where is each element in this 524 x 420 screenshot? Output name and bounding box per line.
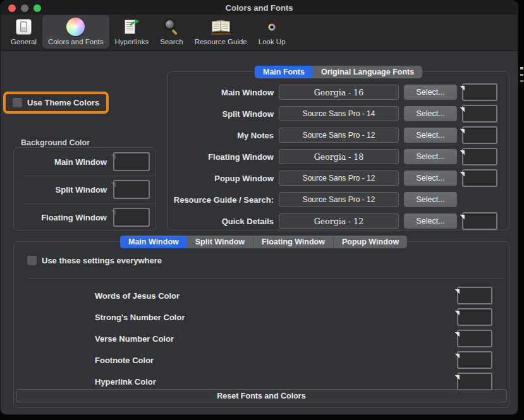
row-label: Words of Jesus Color [95,291,180,301]
fonts-group: Main Window Georgia - 16 Select... Split… [167,71,509,231]
toolbar-item-hyperlinks[interactable]: Hyperlinks [109,15,155,49]
use-settings-everywhere-checkbox[interactable] [27,256,37,265]
window-colors-group: Use these settings everywhere Words of J… [13,241,509,408]
fonts-tab-bar: Main Fonts Original Language Fonts [255,66,422,78]
font-color-well[interactable] [462,148,497,165]
font-value-field: Source Sans Pro - 12 [279,128,399,143]
footnote-color-well[interactable] [457,351,492,369]
row-label: Verse Number Color [95,334,174,344]
select-font-button[interactable]: Select... [404,171,457,186]
color-row-verse-number: Verse Number Color [14,328,509,349]
tab-floating-window[interactable]: Floating Window [253,236,333,248]
font-value-field: Georgia - 12 [279,213,399,229]
row-label: Split Window [56,185,107,195]
background-window-fragment [520,67,523,69]
font-row-quick-details: Quick Details Georgia - 12 Select... [168,210,509,232]
select-font-button[interactable]: Select... [404,106,457,121]
select-font-button[interactable]: Select... [404,149,457,164]
font-value-field: Georgia - 16 [279,85,399,100]
window-colors-tab-bar: Main Window Split Window Floating Window… [120,236,407,248]
select-font-button[interactable]: Select... [404,85,457,100]
preferences-toolbar: General Colors and Fonts Hyperlinks [1,15,518,51]
font-color-well[interactable] [462,169,497,187]
toolbar-item-label: Colors and Fonts [48,38,104,45]
strongs-number-color-well[interactable] [457,308,492,326]
toolbar-item-general[interactable]: General [5,15,42,49]
row-label: Floating Window [41,213,107,222]
color-wheel-icon [66,18,85,36]
background-window-fragment [520,80,523,82]
toolbar-item-label: Resource Guide [195,38,247,45]
row-label: Quick Details [168,217,274,226]
row-label: Split Window [168,109,274,119]
tab-main-fonts[interactable]: Main Fonts [255,66,313,78]
font-row-resource-guide-search: Resource Guide / Search: Source Sans Pro… [168,189,509,210]
toolbar-item-label: Search [160,38,183,45]
row-label: Floating Window [168,152,274,162]
use-theme-colors-label: Use Theme Colors [27,98,99,107]
toolbar-item-label: Look Up [259,38,286,45]
row-label: Main Window [54,157,107,167]
font-row-popup-window: Popup Window Source Sans Pro - 12 Select… [168,167,509,189]
title-bar: Colors and Fonts [1,1,518,15]
hyperlink-color-well[interactable] [457,373,492,390]
font-row-main-window: Main Window Georgia - 16 Select... [168,81,509,103]
preferences-window: Colors and Fonts General Colors and Font… [0,0,518,415]
use-settings-everywhere-label: Use these settings everywhere [42,256,162,265]
verse-number-color-well[interactable] [457,330,492,347]
split-window-bg-color-well[interactable] [113,180,150,199]
font-color-well[interactable] [462,212,497,230]
tab-original-language-fonts[interactable]: Original Language Fonts [313,66,422,78]
words-of-jesus-color-well[interactable] [457,287,492,304]
select-font-button[interactable]: Select... [404,213,457,229]
open-book-icon [210,18,231,36]
row-label: Footnote Color [95,356,154,365]
font-value-field: Source Sans Pro - 14 [279,106,399,121]
main-window-bg-color-well[interactable] [113,152,150,171]
font-row-floating-window: Floating Window Georgia - 18 Select... [168,146,509,167]
font-color-well[interactable] [462,105,497,123]
toolbar-item-colors-and-fonts[interactable]: Colors and Fonts [42,15,109,49]
font-color-well[interactable] [462,126,497,144]
screen: Colors and Fonts General Colors and Font… [0,0,524,420]
eye-icon [262,18,281,36]
color-row-strongs-number: Strong's Number Color [14,306,509,328]
font-row-split-window: Split Window Source Sans Pro - 14 Select… [168,103,509,124]
background-color-title: Background Color [21,138,90,147]
row-label: Hyperlink Color [95,377,156,387]
floating-window-bg-color-well[interactable] [113,208,150,227]
magnifier-icon [163,18,180,36]
font-color-well[interactable] [462,83,497,101]
toolbar-item-look-up[interactable]: Look Up [253,15,291,49]
tab-split-window[interactable]: Split Window [187,236,253,248]
row-label: Popup Window [168,174,274,183]
use-theme-colors-checkbox[interactable] [13,98,22,107]
toolbar-item-label: General [11,38,37,45]
font-value-field: Source Sans Pro - 12 [279,192,399,207]
row-label: Resource Guide / Search: [168,195,274,205]
use-settings-everywhere-row: Use these settings everywhere [27,256,162,265]
font-value-field: Source Sans Pro - 12 [279,171,399,186]
row-label: Main Window [168,88,274,97]
page-arrow-icon [124,18,139,36]
tab-popup-window[interactable]: Popup Window [333,236,407,248]
background-color-group: Main Window Split Window Floating Window [13,147,156,231]
color-row-footnote: Footnote Color [14,349,509,371]
select-font-button[interactable]: Select... [404,128,457,143]
divider [27,278,505,279]
color-row-words-of-jesus: Words of Jesus Color [14,285,509,306]
row-label: Strong's Number Color [95,313,185,322]
reset-fonts-and-colors-button[interactable]: Reset Fonts and Colors [16,389,507,402]
switch-icon [16,18,32,36]
toolbar-item-search[interactable]: Search [154,15,188,49]
bg-color-row-main-window: Main Window [14,148,155,176]
font-value-field: Georgia - 18 [279,149,399,164]
toolbar-item-resource-guide[interactable]: Resource Guide [189,15,253,49]
background-window-fragment [520,74,523,76]
select-font-button[interactable]: Select... [404,192,457,207]
bg-color-row-split-window: Split Window [14,176,155,203]
font-row-my-notes: My Notes Source Sans Pro - 12 Select... [168,124,509,146]
tab-main-window[interactable]: Main Window [120,236,187,248]
toolbar-item-label: Hyperlinks [115,38,149,45]
window-title: Colors and Fonts [1,3,518,13]
